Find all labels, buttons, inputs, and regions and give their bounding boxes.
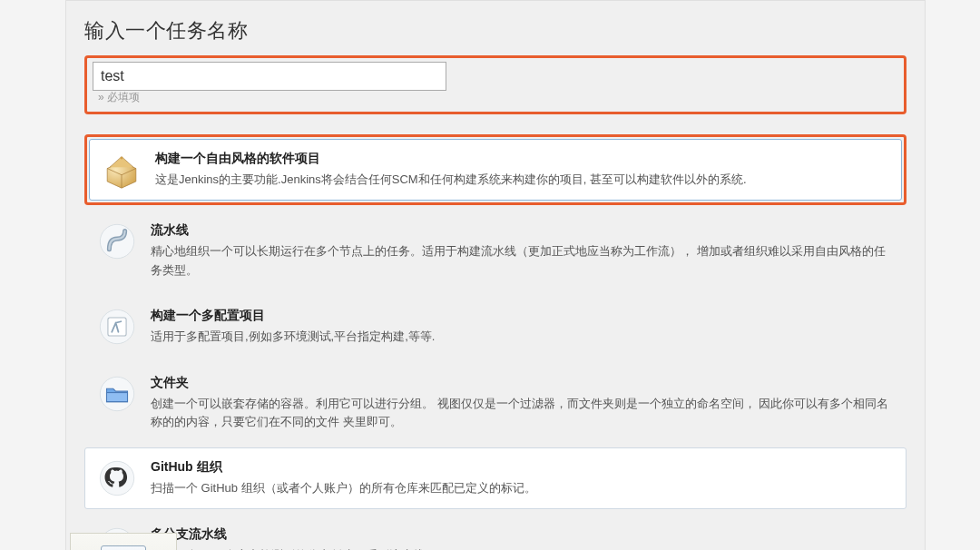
footer-bar: 确定 xyxy=(70,533,177,550)
svg-point-1 xyxy=(100,224,133,258)
freestyle-desc: 这是Jenkins的主要功能.Jenkins将会结合任何SCM和任何构建系统来构… xyxy=(155,171,890,190)
pipeline-title: 流水线 xyxy=(151,222,895,239)
multiconfig-title: 构建一个多配置项目 xyxy=(151,308,895,324)
pipeline-desc: 精心地组织一个可以长期运行在多个节点上的任务。适用于构建流水线（更加正式地应当称… xyxy=(151,242,895,280)
type-option-github[interactable]: GitHub 组织 扫描一个 GitHub 组织（或者个人账户）的所有仓库来匹配… xyxy=(84,447,906,509)
freestyle-title: 构建一个自由风格的软件项目 xyxy=(155,151,890,167)
type-option-multibranch[interactable]: 多分支流水线 根据一个SCM仓库中检测到的分支创建一系列流水线。 xyxy=(84,515,906,550)
item-type-list: 构建一个自由风格的软件项目 这是Jenkins的主要功能.Jenkins将会结合… xyxy=(84,134,906,550)
type-option-freestyle[interactable]: 构建一个自由风格的软件项目 这是Jenkins的主要功能.Jenkins将会结合… xyxy=(89,139,902,201)
type-option-pipeline[interactable]: 流水线 精心地组织一个可以长期运行在多个节点上的任务。适用于构建流水线（更加正式… xyxy=(84,211,906,290)
multibranch-desc: 根据一个SCM仓库中检测到的分支创建一系列流水线。 xyxy=(151,546,895,550)
pipeline-text: 流水线 精心地组织一个可以长期运行在多个节点上的任务。适用于构建流水线（更加正式… xyxy=(151,221,895,280)
page-heading: 输入一个任务名称 xyxy=(84,17,906,44)
multiconfig-icon xyxy=(96,306,138,348)
freestyle-text: 构建一个自由风格的软件项目 这是Jenkins的主要功能.Jenkins将会结合… xyxy=(155,149,890,190)
type-option-folder[interactable]: 文件夹 创建一个可以嵌套存储的容器。利用它可以进行分组。 视图仅仅是一个过滤器，… xyxy=(84,363,906,443)
pipeline-icon xyxy=(96,221,138,262)
github-title: GitHub 组织 xyxy=(151,459,895,476)
github-desc: 扫描一个 GitHub 组织（或者个人账户）的所有仓库来匹配已定义的标记。 xyxy=(151,479,895,498)
type-option-multiconfig[interactable]: 构建一个多配置项目 适用于多配置项目,例如多环境测试,平台指定构建,等等. xyxy=(84,296,906,358)
multiconfig-desc: 适用于多配置项目,例如多环境测试,平台指定构建,等等. xyxy=(151,328,895,347)
svg-point-0 xyxy=(121,157,123,160)
svg-rect-5 xyxy=(107,392,128,401)
folder-title: 文件夹 xyxy=(151,375,895,391)
multiconfig-text: 构建一个多配置项目 适用于多配置项目,例如多环境测试,平台指定构建,等等. xyxy=(151,306,895,347)
main-panel: 输入一个任务名称 » 必填项 xyxy=(65,0,926,550)
multibranch-text: 多分支流水线 根据一个SCM仓库中检测到的分支创建一系列流水线。 xyxy=(151,525,895,550)
multibranch-title: 多分支流水线 xyxy=(151,526,895,543)
required-note: » 必填项 xyxy=(98,90,898,105)
folder-desc: 创建一个可以嵌套存储的容器。利用它可以进行分组。 视图仅仅是一个过滤器，而文件夹… xyxy=(151,395,895,433)
github-text: GitHub 组织 扫描一个 GitHub 组织（或者个人账户）的所有仓库来匹配… xyxy=(151,457,895,498)
freestyle-icon xyxy=(101,149,142,191)
github-icon xyxy=(96,457,138,499)
folder-icon xyxy=(96,373,138,415)
freestyle-highlight: 构建一个自由风格的软件项目 这是Jenkins的主要功能.Jenkins将会结合… xyxy=(84,134,906,205)
ok-button[interactable]: 确定 xyxy=(101,545,146,550)
name-input-highlight: » 必填项 xyxy=(84,55,906,114)
item-name-input[interactable] xyxy=(93,62,446,91)
folder-text: 文件夹 创建一个可以嵌套存储的容器。利用它可以进行分组。 视图仅仅是一个过滤器，… xyxy=(151,373,895,433)
